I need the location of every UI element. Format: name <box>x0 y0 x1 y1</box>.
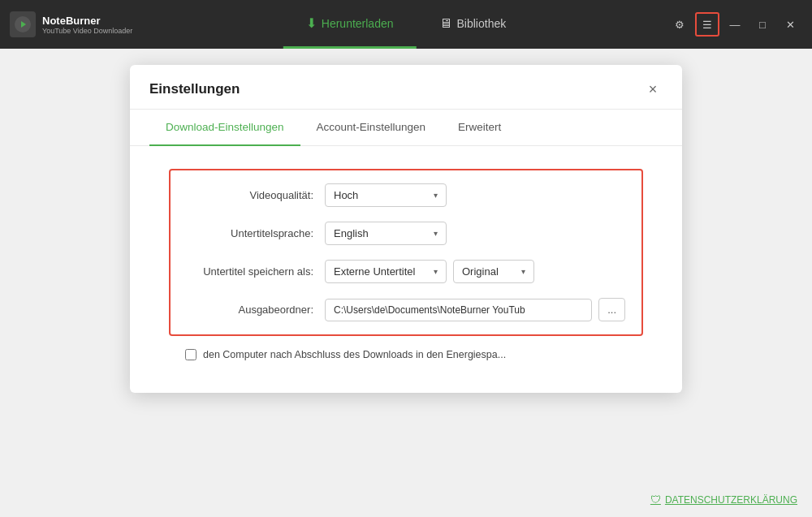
window-controls: ⚙ ☰ — □ ✕ <box>667 12 802 37</box>
tab-library-label: Bibliothek <box>457 17 507 30</box>
subtitle-save-type-select[interactable]: Externe Untertitel ▾ <box>325 260 447 283</box>
subtitle-lang-select[interactable]: English ▾ <box>325 222 447 245</box>
energy-save-row: den Computer nach Abschluss des Download… <box>169 349 643 360</box>
browse-button[interactable]: ... <box>598 298 625 321</box>
app-name: NoteBurner <box>42 15 132 27</box>
subtitle-lang-label: Untertitelsprache: <box>187 227 325 239</box>
energy-save-label: den Computer nach Abschluss des Download… <box>203 349 506 360</box>
output-folder-input[interactable] <box>325 299 592 321</box>
subtitle-save-control: Externe Untertitel ▾ Original ▾ <box>325 260 625 283</box>
app-name-block: NoteBurner YouTube Video Downloader <box>42 15 132 35</box>
privacy-shield-icon: 🛡 <box>650 493 661 506</box>
library-tab-icon: 🖥 <box>439 16 452 31</box>
subtitle-save-type-chevron: ▾ <box>434 267 438 276</box>
tab-library[interactable]: 🖥 Bibliothek <box>417 0 529 49</box>
settings-button[interactable]: ⚙ <box>667 12 692 37</box>
tab-advanced-settings[interactable]: Erweitert <box>442 110 517 146</box>
subtitle-save-format-chevron: ▾ <box>521 267 525 276</box>
dialog-header: Einstellungen × <box>130 65 682 110</box>
video-quality-chevron: ▾ <box>434 191 438 200</box>
tab-download-label: Herunterladen <box>322 17 394 30</box>
energy-save-checkbox[interactable] <box>185 349 197 360</box>
subtitle-save-format-select[interactable]: Original ▾ <box>453 260 534 283</box>
subtitle-save-label: Untertitel speichern als: <box>187 265 325 278</box>
download-tab-icon: ⬇ <box>306 15 317 31</box>
nav-tabs: ⬇ Herunterladen 🖥 Bibliothek <box>283 0 529 49</box>
app-subtitle: YouTube Video Downloader <box>42 27 132 35</box>
output-folder-row: Ausgabeordner: ... <box>187 298 625 321</box>
subtitle-save-row: Untertitel speichern als: Externe Untert… <box>187 260 625 283</box>
dialog-tabs: Download-Einstellungen Account-Einstellu… <box>130 110 682 146</box>
close-window-button[interactable]: ✕ <box>778 12 802 37</box>
subtitle-lang-chevron: ▾ <box>434 229 438 238</box>
subtitle-lang-row: Untertitelsprache: English ▾ <box>187 222 625 245</box>
video-quality-label: Videoqualität: <box>187 189 325 201</box>
main-content: Einstellungen × Download-Einstellungen A… <box>0 49 812 517</box>
video-quality-value: Hoch <box>334 189 358 201</box>
video-quality-select[interactable]: Hoch ▾ <box>325 183 447 207</box>
subtitle-lang-control: English ▾ <box>325 222 625 245</box>
settings-section-highlighted: Videoqualität: Hoch ▾ Untertitelsprache:… <box>169 169 643 336</box>
tab-download-settings[interactable]: Download-Einstellungen <box>149 110 300 146</box>
subtitle-save-format-value: Original <box>462 265 499 278</box>
maximize-button[interactable]: □ <box>750 12 775 37</box>
privacy-link[interactable]: 🛡 DATENSCHUTZERKLÄRUNG <box>650 493 797 506</box>
output-folder-label: Ausgabeordner: <box>187 304 325 316</box>
tab-download[interactable]: ⬇ Herunterladen <box>283 0 417 49</box>
dialog-close-button[interactable]: × <box>643 80 663 99</box>
settings-dialog: Einstellungen × Download-Einstellungen A… <box>130 65 682 393</box>
tab-account-settings[interactable]: Account-Einstellungen <box>300 110 442 146</box>
app-logo <box>10 11 36 37</box>
output-folder-control: ... <box>325 298 625 321</box>
privacy-label: DATENSCHUTZERKLÄRUNG <box>665 494 797 506</box>
video-quality-row: Videoqualität: Hoch ▾ <box>187 183 625 207</box>
menu-button[interactable]: ☰ <box>695 12 719 37</box>
titlebar: NoteBurner YouTube Video Downloader ⬇ He… <box>0 0 812 49</box>
dialog-title: Einstellungen <box>149 81 240 97</box>
minimize-button[interactable]: — <box>723 12 747 37</box>
app-branding: NoteBurner YouTube Video Downloader <box>10 11 132 37</box>
dialog-body: Videoqualität: Hoch ▾ Untertitelsprache:… <box>130 146 682 368</box>
video-quality-control: Hoch ▾ <box>325 183 625 207</box>
subtitle-lang-value: English <box>334 227 369 239</box>
subtitle-save-type-value: Externe Untertitel <box>334 265 415 278</box>
